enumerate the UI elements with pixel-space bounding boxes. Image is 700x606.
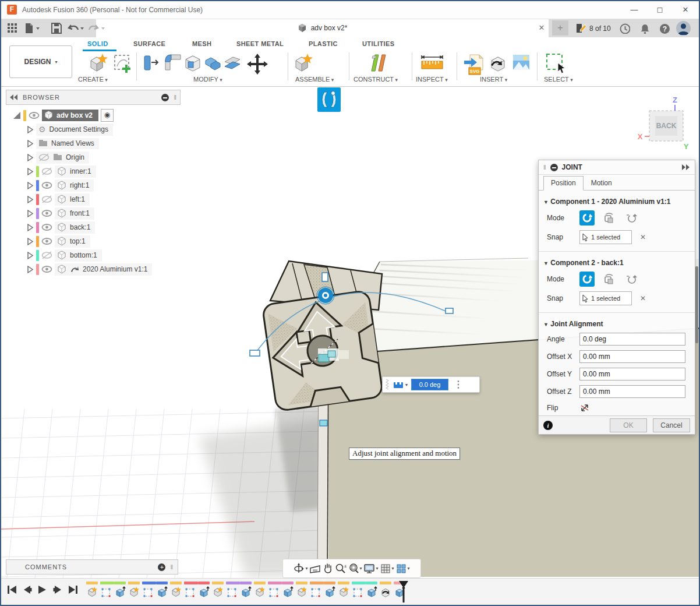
new-component-tool-icon[interactable] <box>87 52 108 75</box>
orbit-button[interactable]: ▾ <box>294 563 307 574</box>
group-select[interactable]: SELECT <box>544 76 573 83</box>
browser-row-front-1[interactable]: front:1 <box>6 206 181 220</box>
visibility-eye-icon[interactable] <box>41 237 52 246</box>
collapsed-triangle-icon[interactable] <box>26 181 34 189</box>
visibility-eye-icon[interactable] <box>41 209 52 218</box>
play-button[interactable] <box>37 584 48 595</box>
shell-tool-icon[interactable] <box>222 52 242 75</box>
timeline-item-insert[interactable] <box>380 582 391 598</box>
collapsed-triangle-icon[interactable] <box>26 125 34 133</box>
browser-row-named-views[interactable]: Named Views <box>6 136 181 150</box>
joint-type-selector[interactable]: ▾ <box>393 380 408 389</box>
browser-row-inner-1[interactable]: inner:1 <box>6 164 181 178</box>
joint-alignment-section-header[interactable]: ▼ Joint Alignment <box>539 313 695 330</box>
tab-solid[interactable]: SOLID <box>87 40 108 47</box>
timeline-item-sketch[interactable] <box>268 582 280 598</box>
ok-button[interactable]: OK <box>610 418 647 432</box>
visibility-eye-icon[interactable] <box>41 195 52 204</box>
browser-root-row[interactable]: adv box v2 ◉ <box>6 108 181 122</box>
expanded-triangle-icon[interactable] <box>13 111 21 119</box>
browser-drag-grip[interactable]: ‖ <box>174 94 176 101</box>
group-insert[interactable]: INSERT <box>480 76 507 83</box>
visibility-eye-icon[interactable] <box>38 153 50 162</box>
insert-mesh-tool-icon[interactable] <box>487 52 508 75</box>
step-back-button[interactable] <box>23 584 32 595</box>
group-create[interactable]: CREATE <box>78 76 108 83</box>
minimize-button[interactable]: — <box>625 3 643 16</box>
assemble-new-component-icon[interactable] <box>292 52 313 75</box>
tab-motion[interactable]: Motion <box>584 176 620 190</box>
timeline-item-component[interactable] <box>338 582 349 598</box>
notifications-bell-icon[interactable] <box>639 23 650 34</box>
collapsed-triangle-icon[interactable] <box>26 223 34 231</box>
look-at-button[interactable] <box>309 563 321 574</box>
display-settings-button[interactable]: ▾ <box>363 563 378 574</box>
mini-toolbar-grip[interactable] <box>385 379 390 390</box>
component1-snap-selection[interactable]: 1 selected <box>579 230 632 244</box>
angle-mini-input[interactable]: 0.0 deg <box>411 379 448 390</box>
user-avatar[interactable] <box>676 21 691 36</box>
undo-icon[interactable] <box>68 23 85 34</box>
mode-motion-button[interactable] <box>624 210 639 226</box>
viewcube-y-axis-label[interactable]: Y <box>684 142 689 151</box>
expand-panel-icon[interactable] <box>682 164 690 170</box>
offset-x-input[interactable]: 0.00 mm <box>579 350 685 363</box>
collapsed-triangle-icon[interactable] <box>26 209 34 217</box>
file-menu-icon[interactable] <box>24 23 41 34</box>
collapse-panel-icon[interactable] <box>10 94 18 100</box>
joint-tool-icon-active[interactable] <box>317 87 341 112</box>
timeline-item-sketch[interactable] <box>352 582 363 598</box>
maximize-button[interactable]: ◻ <box>651 3 669 16</box>
close-button[interactable]: ✕ <box>677 3 694 16</box>
viewcube-z-axis-label[interactable]: Z <box>673 96 677 104</box>
add-comment-icon[interactable]: + <box>158 563 165 571</box>
collapsed-triangle-icon[interactable] <box>26 265 34 273</box>
new-tab-button[interactable]: + <box>552 20 568 36</box>
offset-z-input[interactable]: 0.00 mm <box>579 385 685 398</box>
version-badge[interactable]: 8 of 10 <box>575 23 611 33</box>
group-inspect[interactable]: INSPECT <box>416 76 448 83</box>
move-tool-icon[interactable] <box>246 52 269 76</box>
clear-selection-icon[interactable]: ✕ <box>640 233 646 241</box>
canvas-tool-icon[interactable] <box>511 52 531 73</box>
root-component-chip[interactable]: adv box v2 <box>42 110 98 121</box>
workspace-switcher[interactable]: DESIGN▾ <box>9 45 72 78</box>
collapsed-triangle-icon[interactable] <box>26 237 34 245</box>
browser-row-document-settings[interactable]: ⚙Document Settings <box>6 122 181 136</box>
timeline-item-sketch[interactable] <box>226 582 238 598</box>
mode-simple-button[interactable] <box>579 272 595 287</box>
document-tab-close-icon[interactable]: ✕ <box>536 22 547 34</box>
component1-section-header[interactable]: ▼ Component 1 - 2020 Aluminium v1:1 <box>539 191 695 208</box>
browser-row-top-1[interactable]: top:1 <box>6 234 181 248</box>
component2-section-header[interactable]: ▼ Component 2 - back:1 <box>539 252 695 269</box>
save-icon[interactable] <box>51 23 62 34</box>
browser-row-bottom-1[interactable]: bottom:1 <box>6 248 181 262</box>
viewcube[interactable]: BACK Z X Y <box>633 94 697 156</box>
collapsed-triangle-icon[interactable] <box>26 139 34 147</box>
fit-button[interactable]: ▾ <box>348 563 362 574</box>
timeline-playhead[interactable] <box>398 580 409 604</box>
timeline-item-sketch[interactable] <box>184 582 196 598</box>
help-icon[interactable]: ? <box>659 23 670 34</box>
select-tool-icon[interactable] <box>545 52 568 76</box>
timeline-item-sketch[interactable] <box>142 582 154 598</box>
redo-icon[interactable] <box>89 23 106 34</box>
browser-panel-header[interactable]: BROWSER ‖ <box>6 90 181 105</box>
timeline-item-extrude[interactable] <box>366 582 377 598</box>
comments-panel[interactable]: COMMENTS + ‖ <box>6 559 178 575</box>
joint-drag-grip[interactable]: ‖ <box>543 164 546 171</box>
viewcube-x-axis-label[interactable]: X <box>638 132 643 141</box>
group-construct[interactable]: CONSTRUCT <box>353 76 398 83</box>
tab-position[interactable]: Position <box>543 176 584 191</box>
viewports-button[interactable]: ▾ <box>396 563 410 574</box>
timeline-item-extrude[interactable] <box>156 582 168 598</box>
visibility-eye-icon[interactable] <box>41 167 52 176</box>
component2-snap-selection[interactable]: 1 selected <box>579 291 632 305</box>
go-to-end-button[interactable] <box>68 584 78 595</box>
tab-surface[interactable]: SURFACE <box>133 40 165 47</box>
press-pull-tool-icon[interactable] <box>142 52 162 75</box>
browser-row-left-1[interactable]: left:1 <box>6 192 181 206</box>
insert-svg-tool-icon[interactable]: SVG <box>463 52 485 76</box>
timeline-item-extrude[interactable] <box>240 582 252 598</box>
collapsed-triangle-icon[interactable] <box>26 195 34 203</box>
